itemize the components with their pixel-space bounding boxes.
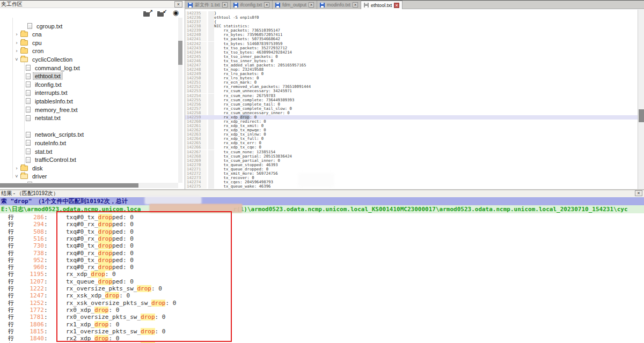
locate-file-icon[interactable]: ◉ — [171, 9, 180, 17]
row-prefix: 行 — [8, 285, 14, 292]
workspace-vertical-scrollbar[interactable] — [178, 18, 182, 183]
tree-folder-cpu[interactable]: ›cpu — [14, 39, 43, 47]
tab-label: fdm_output — [282, 2, 306, 8]
search-summary-row[interactable]: 索 "drop" （1个文件中匹配到10192次，总计 — [0, 197, 644, 205]
tree-item-network_scripts.txt[interactable]: network_scripts.txt — [26, 131, 85, 139]
tab-close-icon[interactable]: × — [353, 2, 358, 8]
match-text: rx_xsk_oversize_pkts_sw_drop: 0 — [66, 300, 176, 307]
editor-line: 142236ethtool -S enp1s0f0 — [185, 16, 638, 20]
chevron-right-icon[interactable]: › — [14, 32, 19, 37]
result-row[interactable]: 行952:txq#0_tx_dropped: 0 — [0, 257, 644, 264]
tab-close-icon[interactable]: × — [264, 2, 269, 8]
tree-item-ifconfig.txt[interactable]: ifconfig.txt — [26, 80, 63, 88]
folder-icon — [20, 174, 28, 179]
result-row[interactable]: 行1815:rx1_oversize_pkts_sw_drop: 0 — [0, 328, 644, 335]
results-title: 结果 - （匹配10192次） — [0, 190, 644, 197]
editor-vertical-scrollbar[interactable] — [638, 10, 644, 189]
result-row[interactable]: 行738:rxq#0_rx_dropped: 0 — [0, 250, 644, 257]
result-row[interactable]: 行1195:rx_xdp_drop: 0 — [0, 271, 644, 278]
result-row[interactable]: 行1840:rx2_xdp_drop: 0 — [0, 335, 644, 342]
result-row[interactable]: 行508:txq#0_tx_dropped: 0 — [0, 228, 644, 235]
result-row[interactable]: 行730:txq#0_tx_dropped: 0 — [0, 242, 644, 249]
tree-item-ethtool.txt[interactable]: ethtool.txt — [26, 72, 62, 80]
result-row[interactable]: 行1207:tx_queue_dropped: 0 — [0, 278, 644, 285]
scrollbar-thumb[interactable] — [178, 41, 182, 65]
gutter-margin — [208, 63, 214, 68]
tree-item-label: ethtool.txt — [33, 73, 62, 79]
tree-folder-cron[interactable]: ›cron — [14, 47, 45, 55]
gutter-margin — [208, 33, 214, 37]
tree-folder-driver[interactable]: ˅driver — [14, 173, 49, 181]
tab-close-icon[interactable]: × — [394, 3, 399, 8]
match-line-number: 738 — [16, 250, 44, 257]
result-row[interactable]: 行1252:rx_xsk_oversize_pkts_sw_drop: 0 — [0, 300, 644, 307]
gutter-margin — [208, 184, 214, 189]
file-icon — [26, 81, 31, 87]
chevron-down-icon[interactable]: ˅ — [14, 57, 19, 62]
match-line-number: 508 — [16, 228, 44, 235]
result-row[interactable]: 行1222:rx_oversize_pkts_sw_drop: 0 — [0, 285, 644, 292]
gutter-margin — [208, 107, 214, 111]
tab-close-icon[interactable]: × — [222, 2, 228, 8]
tree-item-trafficControl.txt[interactable]: trafficControl.txt — [26, 156, 78, 164]
tree-item-label: interrupts.txt — [33, 90, 69, 96]
scrollbar-thumb[interactable] — [0, 183, 138, 188]
tree-item-cgroup.txt[interactable]: cgroup.txt — [27, 22, 64, 30]
tab-ethtool.txt[interactable]: ethtool.txt× — [361, 1, 402, 9]
result-row[interactable]: 行1806:rx1_xdp_drop: 0 — [0, 321, 644, 328]
tab-close-icon[interactable]: × — [309, 2, 314, 8]
tree-item-command_log.txt[interactable]: command_log.txt — [26, 64, 82, 72]
folder-icon — [20, 32, 28, 37]
tree-item-label: netstat.txt — [33, 115, 62, 121]
chevron-down-icon[interactable]: ˅ — [14, 174, 19, 179]
tree-item-stat.txt[interactable]: stat.txt — [26, 147, 54, 155]
tree-item-redacted[interactable] — [26, 122, 29, 130]
row-prefix: 行 — [8, 328, 14, 335]
result-row[interactable]: 行286:txq#0_tx_dropped: 0 — [0, 214, 644, 221]
tab-modinfo.txt[interactable]: modinfo.txt× — [317, 1, 361, 9]
tree-folder-cna[interactable]: ›cna — [14, 31, 43, 39]
expand-all-icon[interactable]: ↗ — [143, 9, 152, 17]
tree-folder-cyclicCollection[interactable]: ˅cyclicCollection — [14, 55, 74, 63]
result-row[interactable]: 行294:rxq#0_rx_dropped: 0 — [0, 221, 644, 228]
tree-item-routeInfo.txt[interactable]: routeInfo.txt — [26, 139, 68, 147]
tab-fdm_output[interactable]: fdm_output× — [273, 1, 317, 9]
chevron-right-icon[interactable]: › — [14, 48, 19, 54]
gutter-margin — [208, 154, 214, 159]
match-line-number: 1247 — [16, 292, 44, 299]
result-row[interactable]: 行1772:rx0_xdp_drop: 0 — [0, 307, 644, 314]
code-area[interactable]: 142235}142236ethtool -S enp1s0f0142237{1… — [185, 10, 638, 189]
colon: : — [44, 242, 48, 249]
scrollbar-thumb[interactable] — [639, 109, 644, 122]
workspace-horizontal-scrollbar[interactable] — [0, 183, 178, 188]
result-row[interactable]: 行1247:rx_xsk_xdp_drop: 0 — [0, 292, 644, 299]
save-icon — [320, 3, 325, 8]
chevron-right-icon[interactable]: › — [14, 40, 19, 46]
tab-ifconfig.txt[interactable]: ifconfig.txt× — [231, 1, 273, 9]
match-text: rxq#0_rx_dropped: 0 — [66, 235, 134, 242]
gutter-margin — [208, 37, 214, 41]
tree-item-memory_free.txt[interactable]: memory_free.txt — [26, 106, 79, 114]
result-row[interactable]: 行960:rxq#0_rx_dropped: 0 — [0, 264, 644, 271]
tab-新文件 1.txt[interactable]: 新文件 1.txt× — [185, 1, 231, 9]
match-line-number: 286 — [16, 214, 44, 221]
colon: : — [44, 214, 48, 221]
result-row[interactable]: 行1781:rx0_oversize_pkts_sw_drop: 0 — [0, 314, 644, 320]
tree-item-interrupts.txt[interactable]: interrupts.txt — [26, 89, 69, 97]
collapse-all-icon[interactable]: ↙ — [157, 9, 166, 17]
match-text: rx_oversize_pkts_sw_drop: 0 — [66, 285, 162, 292]
file-path-row[interactable]: E:\日志\armod0523.odata.ncmp.unicom.locar(… — [0, 205, 644, 213]
workspace-close-icon[interactable]: × — [174, 1, 182, 8]
file-icon — [26, 140, 31, 146]
result-row[interactable]: 行516:rxq#0_rx_dropped: 0 — [0, 235, 644, 242]
tree-item-iptablesInfo.txt[interactable]: iptablesInfo.txt — [26, 97, 75, 105]
gutter-margin — [208, 85, 214, 89]
gutter-margin — [208, 55, 214, 59]
file-icon — [26, 107, 31, 113]
match-text: txq#0_tx_dropped: 0 — [66, 242, 134, 249]
tree-folder-disk[interactable]: ›disk — [14, 164, 45, 172]
tree-item-netstat.txt[interactable]: netstat.txt — [26, 114, 62, 122]
tree-item-label: stat.txt — [33, 148, 54, 155]
results-close-icon[interactable]: × — [635, 190, 642, 196]
chevron-right-icon[interactable]: › — [14, 166, 19, 171]
